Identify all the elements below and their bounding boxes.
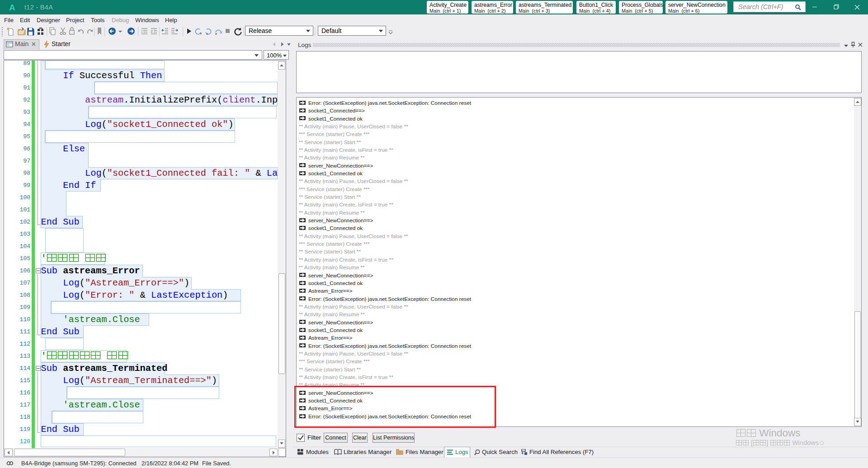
- svg-text:2: 2: [151, 29, 153, 33]
